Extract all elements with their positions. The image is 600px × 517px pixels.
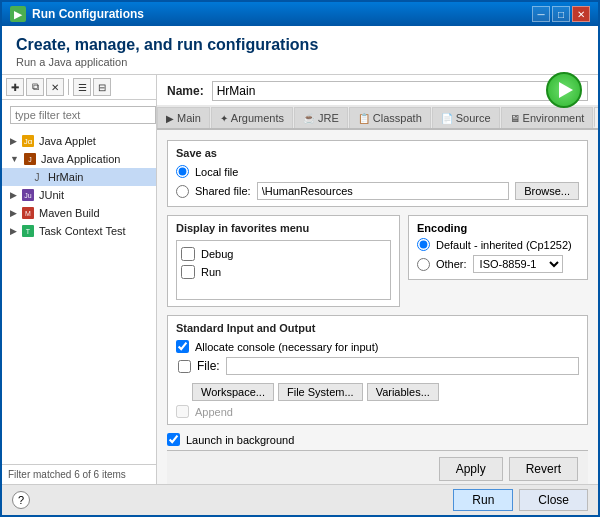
tab-jre[interactable]: ☕ JRE: [294, 107, 348, 128]
encoding-select[interactable]: ISO-8859-1 UTF-8 US-ASCII: [473, 255, 563, 273]
footer-run-button[interactable]: Run: [453, 489, 513, 511]
default-encoding-label: Default - inherited (Cp1252): [436, 239, 572, 251]
expand-icon-2: ▼: [10, 154, 19, 164]
run-button[interactable]: [546, 72, 582, 108]
tree-item-task[interactable]: ▶ T Task Context Test: [2, 222, 156, 240]
expand-icon: ▶: [10, 136, 17, 146]
shared-file-row: Shared file: Browse...: [176, 182, 579, 200]
launch-bg-checkbox[interactable]: [167, 433, 180, 446]
main-tab-icon: ▶: [166, 113, 174, 124]
allocate-checkbox[interactable]: [176, 340, 189, 353]
shared-file-label: Shared file:: [195, 185, 251, 197]
tab-common[interactable]: ⚙ Common: [594, 107, 598, 128]
allocate-row: Allocate console (necessary for input): [176, 340, 579, 353]
stdio-box: Standard Input and Output Allocate conso…: [167, 315, 588, 425]
favorites-list: Debug Run: [176, 240, 391, 300]
tab-main[interactable]: ▶ Main: [157, 107, 210, 128]
local-file-label: Local file: [195, 166, 238, 178]
tree-label-task: Task Context Test: [39, 225, 126, 237]
stdio-options: Allocate console (necessary for input) F…: [176, 340, 579, 418]
name-input[interactable]: [212, 81, 588, 101]
shared-file-radio[interactable]: [176, 185, 189, 198]
middle-section: Display in favorites menu Debug Run: [167, 215, 588, 315]
expand-icon-5: ▶: [10, 226, 17, 236]
tree-item-maven[interactable]: ▶ M Maven Build: [2, 204, 156, 222]
tab-source[interactable]: 📄 Source: [432, 107, 500, 128]
name-row: Name:: [157, 75, 598, 105]
other-encoding-radio[interactable]: [417, 258, 430, 271]
task-icon: T: [21, 224, 35, 238]
debug-checkbox[interactable]: [181, 247, 195, 261]
footer-right: Run Close: [453, 489, 588, 511]
header-title: Create, manage, and run configurations: [16, 36, 584, 54]
tree-item-junit[interactable]: ▶ Ju JUnit: [2, 186, 156, 204]
tree-item-hrmain[interactable]: J HrMain: [2, 168, 156, 186]
filesystem-button[interactable]: File System...: [278, 383, 363, 401]
encoding-section: Encoding Default - inherited (Cp1252) Ot…: [408, 215, 588, 315]
tree-item-java-application[interactable]: ▼ J Java Application: [2, 150, 156, 168]
local-file-radio[interactable]: [176, 165, 189, 178]
file-label: File:: [197, 359, 220, 373]
panel-content: Save as Local file Shared file:: [157, 130, 598, 484]
apply-button[interactable]: Apply: [439, 457, 503, 481]
shared-file-input[interactable]: [257, 182, 509, 200]
duplicate-button[interactable]: ⧉: [26, 78, 44, 96]
env-tab-icon: 🖥: [510, 113, 520, 124]
local-file-row: Local file: [176, 165, 579, 178]
tab-source-label: Source: [456, 112, 491, 124]
allocate-label: Allocate console (necessary for input): [195, 341, 378, 353]
expand-icon-3: ▶: [10, 190, 17, 200]
window-icon: ▶: [10, 6, 26, 22]
browse-button[interactable]: Browse...: [515, 182, 579, 200]
stdio-title: Standard Input and Output: [176, 322, 579, 334]
hrmain-icon: J: [30, 170, 44, 184]
collapse-button[interactable]: ⊟: [93, 78, 111, 96]
minimize-button[interactable]: ─: [532, 6, 550, 22]
footer-close-button[interactable]: Close: [519, 489, 588, 511]
favorites-item-debug: Debug: [181, 245, 386, 263]
filter-area: [2, 100, 156, 130]
filter-button[interactable]: ☰: [73, 78, 91, 96]
append-label: Append: [195, 406, 233, 418]
tab-classpath-label: Classpath: [373, 112, 422, 124]
filter-status: Filter matched 6 of 6 items: [8, 469, 126, 480]
delete-button[interactable]: ✕: [46, 78, 64, 96]
run-checkbox[interactable]: [181, 265, 195, 279]
file-input[interactable]: [226, 357, 579, 375]
tree-label-hrmain: HrMain: [48, 171, 83, 183]
name-label: Name:: [167, 84, 204, 98]
variables-button[interactable]: Variables...: [367, 383, 439, 401]
append-checkbox[interactable]: [176, 405, 189, 418]
file-checkbox[interactable]: [178, 360, 191, 373]
window-title: Run Configurations: [32, 7, 144, 21]
favorites-item-run: Run: [181, 263, 386, 281]
apply-revert-bar: Apply Revert: [167, 450, 588, 484]
tree-item-java-applet[interactable]: ▶ Jα Java Applet: [2, 132, 156, 150]
favorites-box: Display in favorites menu Debug Run: [167, 215, 400, 307]
tab-arguments[interactable]: ✦ Arguments: [211, 107, 293, 128]
encoding-box: Encoding Default - inherited (Cp1252) Ot…: [408, 215, 588, 280]
default-encoding-radio[interactable]: [417, 238, 430, 251]
top-section: Save as Local file Shared file:: [167, 140, 588, 215]
workspace-button[interactable]: Workspace...: [192, 383, 274, 401]
tree-label-java-applet: Java Applet: [39, 135, 96, 147]
java-app-icon: J: [23, 152, 37, 166]
favorites-section: Display in favorites menu Debug Run: [167, 215, 400, 315]
tab-classpath[interactable]: 📋 Classpath: [349, 107, 431, 128]
revert-button[interactable]: Revert: [509, 457, 578, 481]
other-encoding-row: Other: ISO-8859-1 UTF-8 US-ASCII: [417, 255, 579, 273]
maximize-button[interactable]: □: [552, 6, 570, 22]
help-button[interactable]: ?: [12, 491, 30, 509]
title-bar-left: ▶ Run Configurations: [10, 6, 144, 22]
expand-icon-4: ▶: [10, 208, 17, 218]
run-label: Run: [201, 266, 221, 278]
maven-icon: M: [21, 206, 35, 220]
filter-input[interactable]: [10, 106, 156, 124]
classpath-tab-icon: 📋: [358, 113, 370, 124]
close-button[interactable]: ✕: [572, 6, 590, 22]
tabs-bar: ▶ Main ✦ Arguments ☕ JRE 📋 Classpath 📄: [157, 105, 598, 130]
new-config-button[interactable]: ✚: [6, 78, 24, 96]
separator: [68, 79, 69, 95]
source-tab-icon: 📄: [441, 113, 453, 124]
tab-environment[interactable]: 🖥 Environment: [501, 107, 594, 128]
